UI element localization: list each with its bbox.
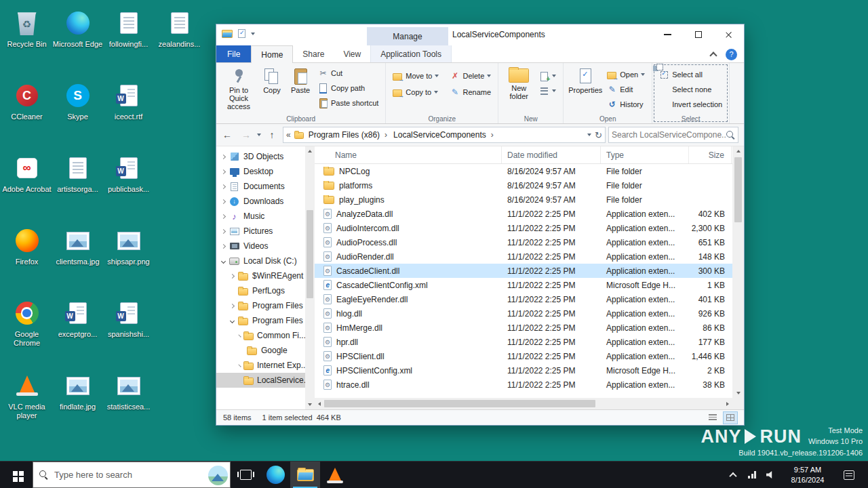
minimize-button[interactable] [652, 24, 683, 45]
properties-qat-icon[interactable] [238, 29, 245, 38]
maximize-button[interactable] [683, 24, 713, 45]
folder-tree-item[interactable]: Documents [216, 179, 305, 194]
refresh-icon[interactable] [595, 130, 602, 140]
back-button[interactable]: ← [219, 127, 235, 143]
tab-share[interactable]: Share [293, 45, 334, 62]
taskbar-explorer-button[interactable] [290, 462, 320, 488]
breadcrumb-segment[interactable]: Program Files (x86) [307, 130, 389, 140]
file-row[interactable]: AnalyzeData.dll 11/1/2022 2:25 PM Applic… [315, 207, 732, 221]
expand-chevron-icon[interactable] [221, 214, 226, 218]
scrollbar-thumb[interactable] [307, 210, 313, 298]
qat-chevron-down-icon[interactable] [251, 33, 255, 35]
folder-tree-item[interactable]: Music [216, 209, 305, 224]
scrollbar-thumb[interactable] [324, 400, 595, 407]
file-row[interactable]: HmMerge.dll 11/1/2022 2:25 PM Applicatio… [315, 321, 732, 335]
file-row[interactable]: AudioProcess.dll 11/1/2022 2:25 PM Appli… [315, 235, 732, 249]
desktop-icon[interactable]: Recycle Bin [1, 4, 52, 77]
open-button[interactable]: Open [604, 68, 648, 81]
column-header-size[interactable]: Size [689, 146, 732, 163]
desktop-icon[interactable]: Google Chrome [1, 294, 52, 367]
taskbar-search-box[interactable] [33, 462, 231, 488]
folder-tree-item[interactable]: Local Disk (C:) [216, 253, 305, 268]
copy-path-button[interactable]: Copy path [315, 81, 381, 95]
file-row[interactable]: hpr.dll 11/1/2022 2:25 PM Application ex… [315, 335, 732, 349]
collapse-ribbon-icon[interactable] [709, 52, 717, 59]
scroll-left-icon[interactable] [315, 399, 324, 409]
copy-to-button[interactable]: Copy to [390, 85, 441, 99]
file-row[interactable]: play_plugins 8/16/2024 9:57 AM File fold… [315, 192, 732, 207]
file-row[interactable]: HPSClientConfig.xml 11/1/2022 2:25 PM Mi… [315, 363, 732, 378]
close-button[interactable] [713, 24, 744, 45]
file-row[interactable]: NPCLog 8/16/2024 9:57 AM File folder [315, 164, 732, 178]
edit-button[interactable]: Edit [604, 83, 648, 96]
taskbar-search-input[interactable] [54, 470, 230, 480]
folder-tree-item[interactable]: Common Fi... [216, 328, 305, 343]
folder-tree-item[interactable]: PerfLogs [216, 283, 305, 298]
expand-chevron-icon[interactable] [238, 364, 241, 367]
paste-button[interactable]: Paste [287, 65, 314, 96]
paste-shortcut-button[interactable]: Paste shortcut [315, 96, 381, 110]
scroll-down-icon[interactable] [305, 400, 315, 409]
sidebar-scrollbar[interactable] [305, 146, 315, 409]
taskbar-edge-button[interactable] [260, 462, 290, 488]
scroll-up-icon[interactable] [305, 146, 315, 156]
tab-application-tools[interactable]: Application Tools [370, 45, 452, 62]
column-header-date-modified[interactable]: Date modified [502, 146, 601, 163]
rename-button[interactable]: Rename [447, 85, 494, 99]
pin-to-quick-access-button[interactable]: Pin to Quick access [220, 65, 257, 113]
folder-tree-item[interactable]: 3D Objects [216, 149, 305, 164]
help-button[interactable] [726, 49, 737, 60]
history-button[interactable]: History [604, 98, 648, 111]
file-row[interactable]: AudioRender.dll 11/1/2022 2:25 PM Applic… [315, 249, 732, 264]
file-row[interactable]: hlog.dll 11/1/2022 2:25 PM Application e… [315, 306, 732, 321]
expand-chevron-icon[interactable] [221, 169, 226, 174]
expand-chevron-icon[interactable] [221, 199, 226, 203]
expand-chevron-icon[interactable] [238, 334, 241, 337]
folder-tree-item[interactable]: LocalService... [216, 373, 305, 388]
desktop-icon[interactable]: spanishshi... [103, 294, 154, 367]
easy-access-button[interactable] [536, 84, 559, 98]
expand-chevron-icon[interactable] [230, 318, 235, 323]
folder-tree-item[interactable]: Internet Exp... [216, 358, 305, 373]
desktop-icon[interactable]: iceoct.rtf [103, 77, 154, 149]
desktop-icon[interactable]: findlate.jpg [52, 367, 103, 439]
scroll-down-icon[interactable] [732, 388, 744, 398]
desktop-icon[interactable]: VLC media player [1, 367, 52, 439]
column-header-name[interactable]: Name [315, 146, 502, 163]
tab-file[interactable]: File [216, 45, 251, 62]
up-button[interactable]: ↑ [264, 127, 280, 143]
expand-chevron-icon[interactable] [221, 258, 226, 263]
expand-chevron-icon[interactable] [230, 303, 235, 308]
folder-tree-item[interactable]: Videos [216, 239, 305, 253]
file-row[interactable]: HPSClient.dll 11/1/2022 2:25 PM Applicat… [315, 349, 732, 363]
properties-button[interactable]: Properties [568, 65, 603, 96]
folder-tree-item[interactable]: Program Files [216, 313, 305, 328]
details-view-button[interactable] [706, 412, 719, 424]
folder-tree-item[interactable]: Desktop [216, 164, 305, 179]
desktop-icon[interactable]: zealandins... [154, 4, 205, 77]
expand-chevron-icon[interactable] [230, 273, 235, 278]
explorer-search-box[interactable] [608, 127, 738, 143]
file-row[interactable]: CascadeClientConfig.xml 11/1/2022 2:25 P… [315, 278, 732, 292]
desktop-icon[interactable]: followingfi... [103, 4, 154, 77]
start-button[interactable] [0, 462, 33, 488]
forward-button[interactable]: → [238, 127, 254, 143]
expand-chevron-icon[interactable] [221, 243, 226, 248]
address-dropdown-chevron-icon[interactable] [587, 134, 591, 136]
horizontal-scrollbar[interactable] [315, 398, 732, 409]
desktop-icon[interactable]: Skype [52, 77, 103, 149]
desktop-icon[interactable]: shipsapr.png [103, 222, 154, 294]
expand-chevron-icon[interactable] [221, 154, 226, 159]
scroll-right-icon[interactable] [723, 399, 732, 409]
folder-tree-item[interactable]: $WinREAgent [216, 268, 305, 283]
file-row[interactable]: EagleEyeRender.dll 11/1/2022 2:25 PM App… [315, 292, 732, 306]
copy-button[interactable]: Copy [258, 65, 285, 96]
folder-tree-item[interactable]: Google [216, 343, 305, 358]
file-row[interactable]: htrace.dll 11/1/2022 2:25 PM Application… [315, 378, 732, 392]
cut-button[interactable]: Cut [315, 66, 381, 80]
weather-widget-icon[interactable] [208, 466, 228, 485]
file-row[interactable]: CascadeClient.dll 11/1/2022 2:25 PM Appl… [315, 264, 732, 278]
new-folder-button[interactable]: New folder [502, 65, 535, 102]
taskbar-clock[interactable]: 9:57 AM 8/16/2024 [781, 465, 834, 485]
desktop-icon[interactable]: exceptgro... [52, 294, 103, 367]
